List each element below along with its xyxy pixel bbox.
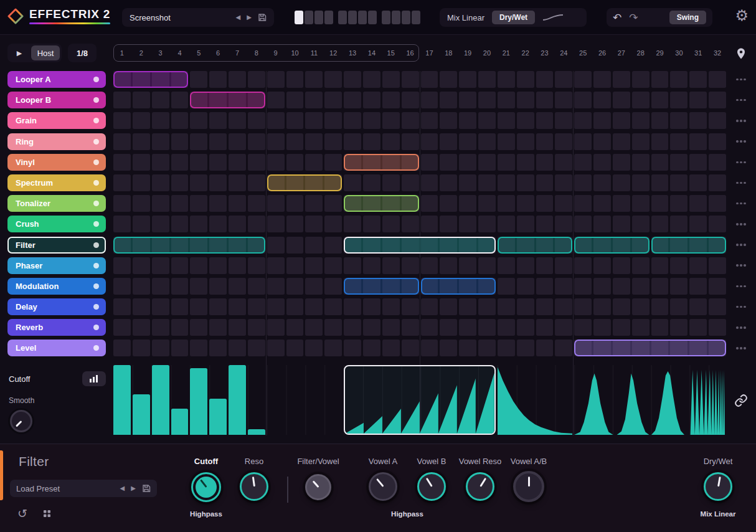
grid-cell[interactable] xyxy=(190,174,207,191)
grid-cell[interactable] xyxy=(113,257,131,274)
grid-cell[interactable] xyxy=(229,71,246,88)
grid-cell[interactable] xyxy=(651,112,669,129)
grid-cell[interactable] xyxy=(209,298,227,315)
grid-cell[interactable] xyxy=(709,278,726,295)
grid-cell[interactable] xyxy=(133,257,150,274)
knob-vowel-a[interactable] xyxy=(369,472,397,501)
grid-cell[interactable] xyxy=(440,112,457,129)
grid-cell[interactable] xyxy=(593,257,611,274)
grid-cell[interactable] xyxy=(152,112,169,129)
grid-cell[interactable] xyxy=(171,340,189,356)
grid-cell[interactable] xyxy=(324,216,342,232)
grid-cell[interactable] xyxy=(478,112,496,129)
grid-cell[interactable] xyxy=(517,92,534,108)
grid-cell[interactable] xyxy=(421,112,438,129)
track-enable-dot[interactable] xyxy=(93,345,99,351)
grid-cell[interactable] xyxy=(689,298,707,315)
grid-cell[interactable] xyxy=(440,195,457,212)
grid-cell[interactable] xyxy=(267,340,285,356)
grid-cell[interactable] xyxy=(651,298,669,315)
grid-cell[interactable] xyxy=(498,195,515,212)
grid-cell[interactable] xyxy=(536,257,554,274)
link-icon[interactable] xyxy=(734,394,748,407)
grid-cell[interactable] xyxy=(286,154,304,171)
grid-cell[interactable] xyxy=(324,340,342,356)
track-enable-dot[interactable] xyxy=(93,242,99,248)
grid-cell[interactable] xyxy=(498,340,515,356)
track-label-reverb[interactable]: Reverb xyxy=(7,319,106,336)
grid-cell[interactable] xyxy=(498,92,515,108)
grid-cell[interactable] xyxy=(459,112,476,129)
grid-cell[interactable] xyxy=(363,340,380,356)
grid-cell[interactable] xyxy=(651,278,669,295)
grid-cell[interactable] xyxy=(613,257,630,274)
grid-cell[interactable] xyxy=(421,298,438,315)
grid-cell[interactable] xyxy=(632,319,650,336)
grid-cell[interactable] xyxy=(689,195,707,212)
grid-cell[interactable] xyxy=(478,257,496,274)
grid-cell[interactable] xyxy=(229,298,246,315)
grid-cell[interactable] xyxy=(171,257,189,274)
grid-cell[interactable] xyxy=(305,237,323,254)
grid-cell[interactable] xyxy=(305,92,323,108)
grid-cell[interactable] xyxy=(440,133,457,150)
step-block[interactable] xyxy=(190,92,265,108)
grid-cell[interactable] xyxy=(498,257,515,274)
grid-cell[interactable] xyxy=(248,319,265,336)
grid-cell[interactable] xyxy=(305,257,323,274)
grid-cell[interactable] xyxy=(402,319,419,336)
track-label-tonalizer[interactable]: Tonalizer xyxy=(7,195,106,212)
grid-cell[interactable] xyxy=(344,340,361,356)
grid-cell[interactable] xyxy=(305,195,323,212)
grid-cell[interactable] xyxy=(286,92,304,108)
grid-cell[interactable] xyxy=(190,133,207,150)
grid-cell[interactable] xyxy=(709,216,726,232)
grid-cell[interactable] xyxy=(574,195,592,212)
grid-cell[interactable] xyxy=(382,216,400,232)
grid-cell[interactable] xyxy=(190,71,207,88)
track-label-ring[interactable]: Ring xyxy=(7,133,106,150)
grid-cell[interactable] xyxy=(382,133,400,150)
grid-cell[interactable] xyxy=(229,340,246,356)
grid-cell[interactable] xyxy=(363,319,380,336)
grid-cell[interactable] xyxy=(133,298,150,315)
effect-preset-next-button[interactable]: ▶ xyxy=(131,485,136,492)
grid-cell[interactable] xyxy=(574,298,592,315)
grid-cell[interactable] xyxy=(402,340,419,356)
grid-cell[interactable] xyxy=(209,133,227,150)
grid-cell[interactable] xyxy=(190,278,207,295)
row-menu-vinyl[interactable] xyxy=(726,154,756,171)
grid-cell[interactable] xyxy=(670,154,687,171)
preset-browser-icon[interactable] xyxy=(42,509,52,518)
track-label-modulation[interactable]: Modulation xyxy=(7,278,106,295)
grid-cell[interactable] xyxy=(363,174,380,191)
grid-cell[interactable] xyxy=(324,278,342,295)
track-enable-dot[interactable] xyxy=(93,139,99,145)
grid-cell[interactable] xyxy=(171,195,189,212)
grid-cell[interactable] xyxy=(324,237,342,254)
grid-cell[interactable] xyxy=(709,112,726,129)
grid-cell[interactable] xyxy=(267,257,285,274)
track-label-phaser[interactable]: Phaser xyxy=(7,257,106,274)
grid-cell[interactable] xyxy=(498,112,515,129)
track-enable-dot[interactable] xyxy=(93,283,99,289)
grid-cell[interactable] xyxy=(613,319,630,336)
grid-cell[interactable] xyxy=(632,195,650,212)
grid-cell[interactable] xyxy=(267,71,285,88)
grid-cell[interactable] xyxy=(248,154,265,171)
grid-cell[interactable] xyxy=(344,257,361,274)
grid-cell[interactable] xyxy=(152,216,169,232)
track-enable-dot[interactable] xyxy=(93,325,99,330)
grid-cell[interactable] xyxy=(555,154,572,171)
preset-prev-button[interactable]: ◀ xyxy=(236,14,241,21)
grid-cell[interactable] xyxy=(344,112,361,129)
grid-cell[interactable] xyxy=(536,298,554,315)
grid-cell[interactable] xyxy=(209,257,227,274)
grid-cell[interactable] xyxy=(402,174,419,191)
step-block[interactable] xyxy=(498,237,572,254)
grid-cell[interactable] xyxy=(632,112,650,129)
row-menu-delay[interactable] xyxy=(726,298,756,315)
grid-cell[interactable] xyxy=(651,216,669,232)
grid-cell[interactable] xyxy=(171,319,189,336)
grid-cell[interactable] xyxy=(670,174,687,191)
